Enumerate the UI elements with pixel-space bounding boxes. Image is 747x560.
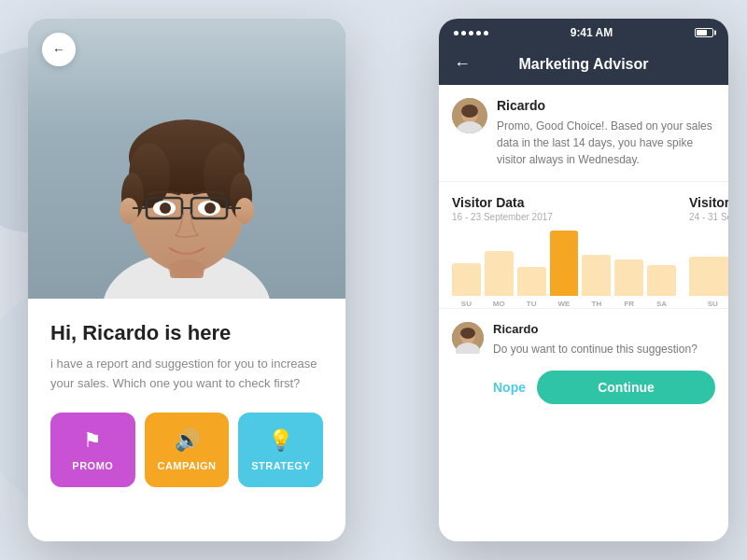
bar-label: SU	[708, 300, 718, 308]
chart-card-1: Visitor Data 16 - 23 September 2017 SUMO…	[452, 195, 676, 308]
chart-1-title: Visitor Data	[452, 195, 676, 210]
campaign-label: CAMPAIGN	[157, 460, 216, 471]
bar-item: TH	[582, 255, 611, 308]
strategy-button[interactable]: 💡 STRATEGY	[238, 413, 323, 487]
signal-dot-4	[476, 31, 481, 35]
bar-item: WE	[550, 231, 579, 308]
bar	[550, 231, 579, 296]
bar	[485, 251, 514, 296]
bar-item: SU	[689, 257, 728, 308]
bottom-chat-message: Do you want to continue this suggestion?	[493, 341, 715, 357]
bar-label: TU	[527, 300, 537, 308]
back-icon: ←	[52, 42, 65, 57]
signal-dot-1	[454, 31, 458, 35]
card-title: Hi, Ricardo is here	[50, 321, 323, 345]
bar-label: SU	[461, 300, 472, 308]
svg-point-8	[120, 198, 138, 224]
signal-dot-5	[484, 31, 488, 35]
bar-item: TU	[517, 267, 546, 308]
campaign-icon: 🔊	[175, 428, 200, 453]
strategy-icon: 💡	[268, 428, 293, 453]
card-content: Hi, Ricardo is here i have a report and …	[28, 299, 345, 506]
top-chat-section: Ricardo Promo, Good Choice!. Based on yo…	[439, 85, 728, 182]
status-time: 9:41 AM	[571, 26, 613, 39]
bar	[452, 263, 481, 296]
bottom-chat-content: Ricardo Do you want to continue this sug…	[493, 322, 715, 528]
left-card: ← Hi, Ricardo is here i have a report an…	[28, 19, 345, 541]
top-chat-name: Ricardo	[497, 98, 715, 113]
header-title: Marketing Advisor	[482, 56, 685, 73]
nope-button[interactable]: Nope	[493, 372, 526, 402]
svg-point-17	[160, 203, 171, 214]
header-back-button[interactable]: ←	[454, 54, 471, 74]
card-description: i have a report and suggestion for you t…	[50, 355, 323, 394]
app-header: ← Marketing Advisor	[439, 45, 728, 85]
bar-label: WE	[558, 300, 571, 308]
right-panel: 9:41 AM ← Marketing Advisor Ricardo Prom…	[439, 19, 728, 541]
bar-label: TH	[592, 300, 602, 308]
bar-label: FR	[624, 300, 634, 308]
promo-label: PROMO	[72, 460, 113, 471]
bottom-actions: Nope Continue	[493, 371, 715, 404]
battery-icon	[695, 28, 713, 37]
campaign-button[interactable]: 🔊 CAMPAIGN	[145, 413, 230, 487]
bar-label: SA	[656, 300, 667, 308]
avatar-top	[452, 98, 487, 133]
bar	[517, 267, 546, 296]
bar-chart-1: SUMOTUWETHFRSA	[452, 233, 676, 308]
top-chat-text: Ricardo Promo, Good Choice!. Based on yo…	[497, 98, 715, 168]
bar	[582, 255, 611, 296]
photo-section: ←	[28, 19, 345, 299]
battery-fill	[697, 30, 707, 35]
svg-point-21	[168, 259, 205, 278]
bar	[614, 259, 643, 296]
bottom-chat-name: Ricardo	[493, 322, 715, 336]
bar-item: FR	[614, 259, 643, 308]
bar	[647, 265, 676, 296]
svg-point-24	[461, 105, 478, 118]
chart-2-date: 24 - 31 September	[689, 212, 728, 222]
signal-dots	[454, 31, 488, 35]
continue-button[interactable]: Continue	[537, 371, 715, 404]
back-button[interactable]: ←	[42, 33, 76, 66]
status-bar: 9:41 AM	[439, 19, 728, 45]
top-chat-message: Promo, Good Choice!. Based on your sales…	[497, 118, 715, 168]
bar-label: MO	[493, 300, 505, 308]
bottom-chat-section: Ricardo Do you want to continue this sug…	[439, 309, 728, 541]
action-buttons: ⚑ PROMO 🔊 CAMPAIGN 💡 STRATEGY	[50, 413, 323, 487]
bar-chart-2: SUMOTU	[689, 233, 728, 308]
promo-icon: ⚑	[83, 428, 102, 453]
signal-dot-2	[461, 31, 466, 35]
signal-dot-3	[469, 31, 473, 35]
svg-point-28	[460, 328, 475, 339]
chart-2-title: Visitor Data	[689, 195, 728, 210]
chart-1-date: 16 - 23 September 2017	[452, 212, 676, 222]
charts-section: Visitor Data 16 - 23 September 2017 SUMO…	[439, 182, 728, 309]
bar	[689, 257, 728, 296]
promo-button[interactable]: ⚑ PROMO	[50, 413, 135, 487]
strategy-label: STRATEGY	[251, 460, 310, 471]
bar-item: MO	[485, 251, 514, 308]
bar-item: SU	[452, 263, 481, 308]
svg-point-9	[235, 198, 254, 224]
chart-card-2: Visitor Data 24 - 31 September SUMOTU	[689, 195, 728, 308]
svg-point-18	[204, 203, 216, 214]
avatar-bottom	[452, 322, 484, 354]
bar-item: SA	[647, 265, 676, 308]
